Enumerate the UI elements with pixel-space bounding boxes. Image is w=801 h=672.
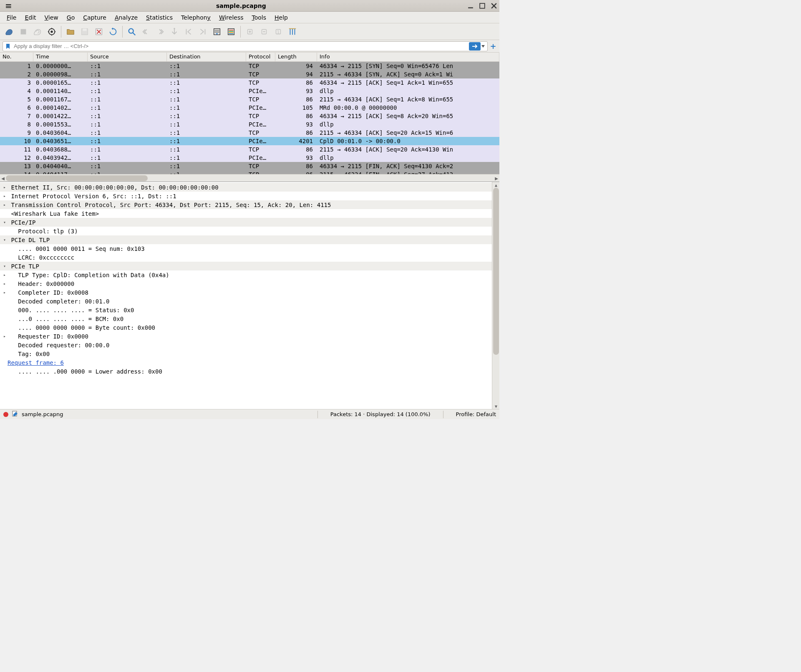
display-filter-bar: + — [0, 40, 499, 53]
edit-capture-comment-icon[interactable] — [12, 410, 18, 418]
svg-point-16 — [129, 28, 134, 33]
detail-tree-item[interactable]: ▸ Header: 0x000000 — [0, 279, 492, 288]
jump-to-packet-button[interactable] — [168, 25, 181, 38]
menu-item-analyze[interactable]: Analyze — [111, 13, 141, 23]
detail-tree-item[interactable]: ▾ PCIe/IP — [0, 218, 492, 227]
menu-item-capture[interactable]: Capture — [80, 13, 110, 23]
detail-tree-item[interactable]: Request frame: 6 — [0, 358, 492, 367]
packet-row[interactable]: 30.0000165…::1::1TCP8646334 → 2115 [ACK]… — [0, 78, 499, 87]
column-header-destination[interactable]: Destination — [167, 53, 246, 61]
column-header-time[interactable]: Time — [33, 53, 88, 61]
find-packet-button[interactable] — [125, 25, 139, 38]
packet-row[interactable]: 70.0001422…::1::1TCP8646334 → 2115 [ACK]… — [0, 112, 499, 120]
detail-tree-item[interactable]: .... 0001 0000 0011 = Seq num: 0x103 — [0, 244, 492, 253]
menu-item-wireless[interactable]: Wireless — [216, 13, 247, 23]
packet-row[interactable]: 120.0403942…::1::1PCIe…93dllp — [0, 154, 499, 162]
packet-row[interactable]: 80.0001553…::1::1PCIe…93dllp — [0, 120, 499, 129]
packet-row[interactable]: 140.0404117…::1::1TCP862115 → 46334 [FIN… — [0, 170, 499, 174]
autoscroll-button[interactable] — [210, 25, 224, 38]
detail-tree-item[interactable]: ▸ Transmission Control Protocol, Src Por… — [0, 200, 492, 209]
packet-row[interactable]: 60.0001402…::1::1PCIe…105MRd 00:00.0 @ 0… — [0, 104, 499, 112]
packet-row[interactable]: 10.0000000…::1::1TCP9446334 → 2115 [SYN]… — [0, 62, 499, 70]
column-header-no[interactable]: No. — [0, 53, 33, 61]
add-filter-expression-button[interactable]: + — [489, 43, 497, 50]
detail-tree-item[interactable]: ▾ PCIe DL TLP — [0, 235, 492, 244]
go-last-packet-button[interactable] — [196, 25, 209, 38]
svg-rect-1 — [480, 3, 485, 8]
detail-tree-item[interactable]: LCRC: 0xcccccccc — [0, 253, 492, 262]
packet-row[interactable]: 40.0001140…::1::1PCIe…93dllp — [0, 87, 499, 95]
detail-tree-item[interactable]: 000. .... .... .... = Status: 0x0 — [0, 306, 492, 314]
open-file-button[interactable] — [64, 25, 77, 38]
expert-info-button[interactable] — [3, 412, 8, 417]
close-button[interactable] — [491, 3, 497, 9]
svg-rect-12 — [83, 28, 86, 31]
packet-row[interactable]: 50.0001167…::1::1TCP862115 → 46334 [ACK]… — [0, 95, 499, 104]
column-header-protocol[interactable]: Protocol — [246, 53, 275, 61]
minimize-button[interactable] — [468, 3, 474, 9]
detail-tree-item[interactable]: .... 0000 0000 0000 = Byte count: 0x000 — [0, 323, 492, 332]
go-back-button[interactable] — [139, 25, 153, 38]
column-header-length[interactable]: Length — [275, 53, 317, 61]
packet-row[interactable]: 130.0404040…::1::1TCP8646334 → 2115 [FIN… — [0, 162, 499, 170]
status-packets-label: Packets: 14 · Displayed: 14 (100.0%) — [322, 411, 439, 417]
detail-tree-item[interactable]: Decoded completer: 00:01.0 — [0, 297, 492, 306]
detail-tree-item[interactable]: <Wireshark Lua fake item> — [0, 209, 492, 218]
display-filter-input[interactable] — [11, 43, 469, 49]
app-menu-button[interactable]: ≡ — [3, 1, 15, 11]
menu-item-view[interactable]: View — [41, 13, 62, 23]
menu-item-statistics[interactable]: Statistics — [143, 13, 176, 23]
detail-tree-item[interactable]: ▸ TLP Type: CplD: Completion with Data (… — [0, 270, 492, 279]
column-header-info[interactable]: Info — [317, 53, 499, 61]
packet-details-tree[interactable]: ▸ Ethernet II, Src: 00:00:00:00:00:00, D… — [0, 182, 492, 409]
detail-tree-item[interactable]: ▸ Completer ID: 0x0008 — [0, 288, 492, 297]
window-title: sample.pcapng — [15, 3, 468, 9]
colorize-button[interactable] — [224, 25, 238, 38]
packet-list-pane: No. Time Source Destination Protocol Len… — [0, 53, 499, 182]
zoom-out-button[interactable] — [257, 25, 271, 38]
zoom-reset-button[interactable]: 1 — [272, 25, 285, 38]
filter-history-dropdown[interactable] — [481, 42, 486, 51]
menu-item-tools[interactable]: Tools — [249, 13, 270, 23]
column-header-source[interactable]: Source — [88, 53, 167, 61]
reload-file-button[interactable] — [106, 25, 120, 38]
detail-tree-item[interactable]: ▾ PCIe TLP — [0, 262, 492, 270]
stop-capture-button[interactable] — [17, 25, 30, 38]
packet-row[interactable]: 100.0403651…::1::1PCIe…4201CplD 00:01.0 … — [0, 137, 499, 145]
apply-filter-button[interactable] — [469, 42, 481, 51]
menu-item-file[interactable]: File — [3, 13, 20, 23]
go-forward-button[interactable] — [154, 25, 167, 38]
bookmark-icon[interactable] — [5, 43, 11, 50]
maximize-button[interactable] — [479, 3, 485, 9]
menu-item-edit[interactable]: Edit — [21, 13, 39, 23]
detail-tree-item[interactable]: .... .... .000 0000 = Lower address: 0x0… — [0, 367, 492, 376]
packet-row[interactable]: 20.0000098…::1::1TCP942115 → 46334 [SYN,… — [0, 70, 499, 78]
close-file-button[interactable] — [92, 25, 106, 38]
packet-details-vscrollbar[interactable]: ▲ ▼ — [492, 182, 499, 409]
packet-row[interactable]: 110.0403688…::1::1TCP862115 → 46334 [ACK… — [0, 145, 499, 154]
detail-tree-item[interactable]: Decoded requester: 00:00.0 — [0, 341, 492, 349]
detail-tree-item[interactable]: ▸ Internet Protocol Version 6, Src: ::1,… — [0, 192, 492, 200]
detail-tree-item[interactable]: ▸ Requester ID: 0x0000 — [0, 332, 492, 341]
packet-list-hscrollbar[interactable]: ◀ ▶ — [0, 174, 499, 182]
packet-list-body[interactable]: 10.0000000…::1::1TCP9446334 → 2115 [SYN]… — [0, 62, 499, 174]
start-capture-button[interactable] — [3, 25, 16, 38]
main-toolbar: 1 — [0, 23, 499, 40]
window-titlebar: ≡ sample.pcapng — [0, 0, 499, 12]
save-file-button[interactable] — [78, 25, 91, 38]
zoom-in-button[interactable] — [243, 25, 257, 38]
resize-columns-button[interactable] — [286, 25, 299, 38]
go-first-packet-button[interactable] — [182, 25, 195, 38]
detail-tree-item[interactable]: Tag: 0x00 — [0, 349, 492, 358]
menu-item-help[interactable]: Help — [271, 13, 291, 23]
restart-capture-button[interactable] — [31, 25, 44, 38]
packet-row[interactable]: 90.0403604…::1::1TCP862115 → 46334 [ACK]… — [0, 129, 499, 137]
status-profile-label[interactable]: Profile: Default — [448, 411, 496, 417]
detail-tree-item[interactable]: Protocol: tlp (3) — [0, 227, 492, 235]
menu-item-go[interactable]: Go — [63, 13, 78, 23]
menu-item-telephony[interactable]: Telephony — [178, 13, 214, 23]
request-frame-link[interactable]: Request frame: 6 — [8, 359, 64, 366]
capture-options-button[interactable] — [45, 25, 58, 38]
detail-tree-item[interactable]: ...0 .... .... .... = BCM: 0x0 — [0, 314, 492, 323]
detail-tree-item[interactable]: ▸ Ethernet II, Src: 00:00:00:00:00:00, D… — [0, 183, 492, 192]
